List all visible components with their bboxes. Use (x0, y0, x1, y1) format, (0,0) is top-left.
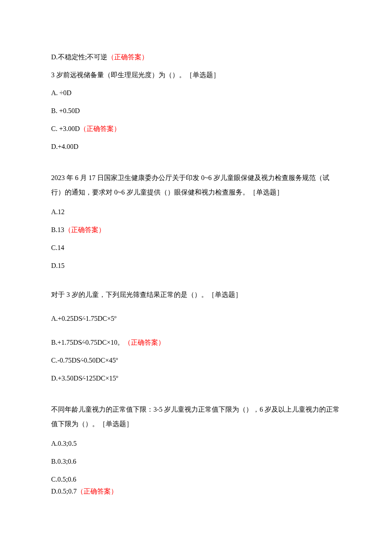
q2-option-d: D.15 (51, 261, 341, 271)
q1-stem: 3 岁前远视储备量（即生理屈光度）为（）。［单选题］ (51, 70, 341, 80)
document-page: D.不稳定性;不可逆（正确答案） 3 岁前远视储备量（即生理屈光度）为（）。［单… (0, 0, 392, 547)
q1-option-c-answer: （正确答案） (80, 125, 121, 132)
q0-option-d-text: D.不稳定性;不可逆 (51, 53, 107, 61)
q2-stem: 2023 年 6 月 17 日国家卫生健康委办公厅关于印发 0~6 岁儿童眼保健… (51, 171, 341, 199)
q4-options-cd: C.0.5;0.6 D.0.5;0.7（正确答案） (51, 474, 341, 497)
q3-option-d: D.+3.50DS⁄-125DC×15º (51, 373, 341, 384)
spacer (51, 160, 341, 171)
q0-option-d: D.不稳定性;不可逆（正确答案） (51, 52, 341, 62)
q1-option-c: C. +3.00D（正确答案） (51, 124, 341, 134)
q0-option-d-answer: （正确答案） (107, 53, 148, 61)
q4-option-b: B.0.3;0.6 (51, 456, 341, 467)
q3-option-b-text: B.+1.75DS⁄-0.75DC×10。 (51, 339, 124, 346)
spacer (51, 331, 341, 337)
q4-option-d-answer: （正确答案） (77, 488, 118, 495)
q4-option-c: C.0.5;0.6 (51, 474, 341, 485)
spacer (51, 391, 341, 402)
q2-option-b-text: B.13 (51, 226, 64, 233)
q4-option-d: D.0.5;0.7（正确答案） (51, 486, 341, 497)
q3-option-c: C.-0.75DS⁄-0.50DC×45º (51, 355, 341, 366)
q3-option-b: B.+1.75DS⁄-0.75DC×10。（正确答案） (51, 337, 341, 348)
q2-option-a: A.12 (51, 207, 341, 217)
spacer (51, 308, 341, 314)
q4-stem: 不同年龄儿童视力的正常值下限：3-5 岁儿童视力正常值下限为（），6 岁及以上儿… (51, 402, 341, 431)
q1-option-d: D.+4.00D (51, 142, 341, 152)
q1-option-b: B. +0.50D (51, 106, 341, 116)
q1-option-c-text: C. +3.00D (51, 125, 80, 132)
q1-option-a: A. ÷0D (51, 88, 341, 98)
q3-option-a: A.+0.25DS⁄-1.75DC×5º (51, 314, 341, 324)
q2-option-b-answer: （正确答案） (64, 226, 105, 233)
spacer (51, 279, 341, 290)
q2-option-b: B.13（正确答案） (51, 225, 341, 235)
q4-option-d-text: D.0.5;0.7 (51, 488, 77, 495)
q4-option-a: A.0.3;0.5 (51, 439, 341, 449)
q3-option-b-answer: （正确答案） (124, 339, 165, 346)
q3-stem: 对于 3 岁的儿童，下列屈光筛查结果正常的是（）。［单选题］ (51, 290, 341, 300)
q2-option-c: C.14 (51, 243, 341, 253)
